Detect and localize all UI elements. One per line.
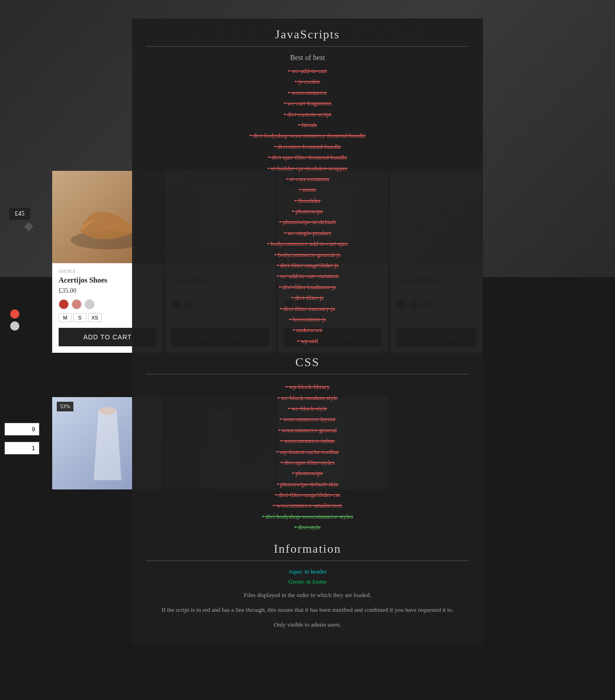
css-item-9: photoswipe	[146, 468, 469, 478]
badge-53-discount: 53%	[57, 402, 73, 411]
js-item-11: et-core-common	[146, 174, 469, 184]
js-item-4: wc-cart-fragments	[146, 98, 469, 109]
size-m-shoes[interactable]: M	[59, 313, 72, 322]
js-item-22: divi-filter-js	[146, 292, 469, 303]
js-item-23: divi-filter-masonry-js	[146, 303, 469, 314]
js-scripts-list: wc-add-to-cart js-cookie woocommerce wc-…	[146, 66, 469, 346]
js-item-3: woocommerce	[146, 87, 469, 98]
javascripts-title: JavaScripts	[146, 28, 469, 42]
color-swatch-red[interactable]	[10, 309, 19, 319]
info-text-1: Files displayed in the order in which th…	[146, 590, 469, 600]
js-item-17: bodycommerce-add-to-cart-ajax	[146, 238, 469, 249]
divider-2	[146, 374, 469, 374]
css-item-8: divi-ajax-filter-styles	[146, 457, 469, 468]
divider-3	[146, 561, 469, 561]
js-item-8: divi-nitro-frontend-bundle	[146, 141, 469, 152]
css-list: wp-block-library wc-block-vendors-style …	[146, 381, 469, 532]
js-item-24: hoverintent-js	[146, 314, 469, 325]
js-item-25: underscore	[146, 325, 469, 335]
color-swatch-red-shoes[interactable]	[59, 299, 69, 309]
sidebar-controls: 9 1	[5, 286, 39, 454]
css-item-7: wp-fastest-cache-toolbar	[146, 447, 469, 457]
js-item-20: wc-add-to-cart-variation	[146, 271, 469, 281]
css-item-13: divi-bodyshop-woocommerce-styles	[146, 511, 469, 522]
js-item-21: divi-filter-loadmore-js	[146, 282, 469, 292]
css-item-12: woocommerce-smallscreen	[146, 500, 469, 511]
css-item-1: wp-block-library	[146, 381, 469, 392]
info-text-2: If the script is in red and has a line t…	[146, 605, 469, 615]
css-item-11: divi-filter-rangeSlider-css	[146, 489, 469, 500]
info-text-3: Only visible to admin users.	[146, 620, 469, 630]
css-item-10: photoswipe-default-skin	[146, 479, 469, 489]
svg-point-15	[99, 407, 116, 415]
css-item-14: divi-style	[146, 522, 469, 532]
slider-diamond-icon	[24, 222, 33, 231]
overlay-panel: JavaScripts Best of best wc-add-to-cart …	[132, 18, 483, 644]
css-title: CSS	[146, 356, 469, 369]
css-item-3: wc-block-style	[146, 403, 469, 414]
price-badge: £45	[9, 208, 30, 220]
css-item-5: woocommerce-general	[146, 425, 469, 435]
size-s-shoes[interactable]: S	[73, 313, 86, 322]
left-sidebar: £45	[0, 208, 51, 230]
js-item-10: et-builder-cpt-modules-wrapper	[146, 163, 469, 174]
color-swatch-pink-shoes[interactable]	[72, 299, 82, 309]
best-of-best-label: Best of best	[146, 54, 469, 62]
css-item-6: woocommerce-inline	[146, 435, 469, 446]
quantity-input-1[interactable]: 9	[5, 423, 39, 435]
divider-1	[146, 46, 469, 47]
quantity-input-2[interactable]: 1	[5, 442, 39, 454]
js-item-2: js-cookie	[146, 76, 469, 87]
info-title: Information	[146, 542, 469, 556]
info-aqua: Aqua: in header	[146, 568, 469, 575]
size-xs-shoes[interactable]: XS	[88, 313, 102, 322]
js-item-12: zoom	[146, 184, 469, 195]
info-green: Green: in footer	[146, 578, 469, 585]
js-item-6: fitvids	[146, 120, 469, 130]
js-item-16: wc-single-product	[146, 228, 469, 238]
css-item-2: wc-block-vendors-style	[146, 392, 469, 403]
css-section: CSS wp-block-library wc-block-vendors-st…	[146, 356, 469, 532]
css-item-4: woocommerce-layout	[146, 414, 469, 424]
js-item-19: divi-filter-rangeSlider-js	[146, 260, 469, 271]
color-swatch-gray[interactable]	[10, 321, 19, 331]
js-item-1: wc-add-to-cart	[146, 66, 469, 76]
info-section: Information Aqua: in header Green: in fo…	[146, 542, 469, 630]
js-item-13: flexslider	[146, 195, 469, 206]
js-item-26: wp-util	[146, 336, 469, 346]
js-item-18: bodycommerce-general-js	[146, 249, 469, 260]
js-item-7: divi-bodyshop-woocommerce-frontend-bundl…	[146, 130, 469, 141]
js-item-14: photoswipe	[146, 206, 469, 217]
js-item-5: divi-custom-script	[146, 109, 469, 120]
js-item-9: divi-ajax-filter-frontend-bundle	[146, 152, 469, 163]
color-swatch-gray-shoes[interactable]	[84, 299, 95, 309]
js-item-15: photoswipe-ui-default	[146, 217, 469, 227]
